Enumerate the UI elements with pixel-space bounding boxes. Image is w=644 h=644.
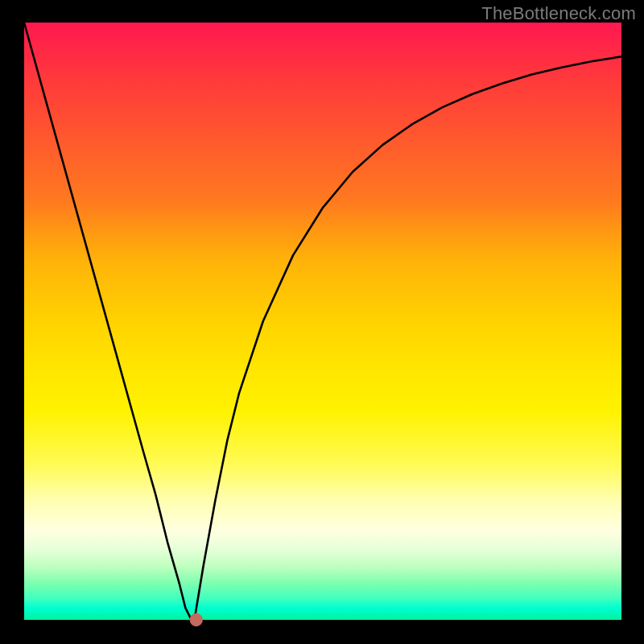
watermark-text: TheBottleneck.com (481, 3, 636, 24)
chart-svg (24, 23, 621, 620)
chart-container: TheBottleneck.com (0, 0, 644, 644)
bottleneck-curve (24, 23, 621, 620)
optimum-marker (190, 613, 203, 626)
